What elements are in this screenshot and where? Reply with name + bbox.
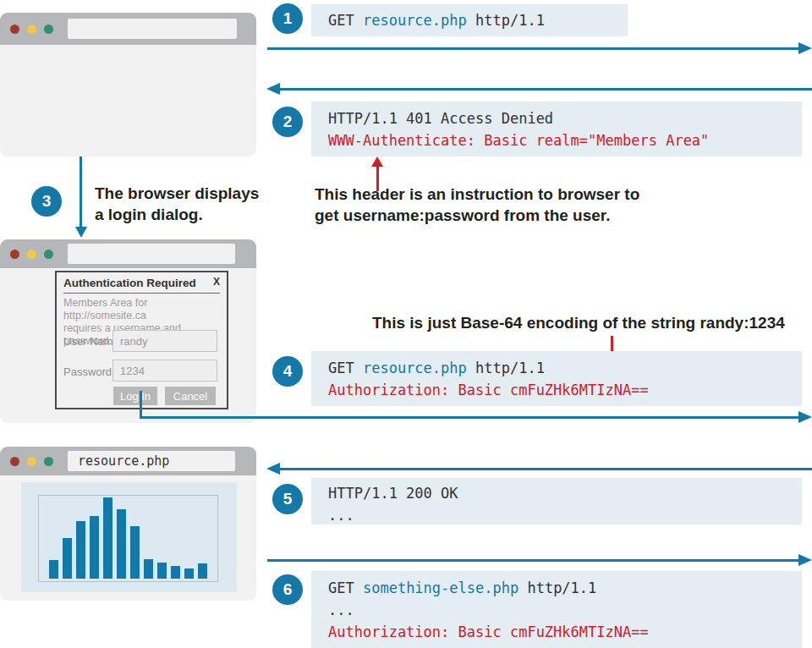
window-close-dot[interactable] [10,25,19,34]
username-label: User Name [63,335,119,348]
request-arrow-6-line [267,559,800,562]
browser3-address-bar[interactable]: resource.php [68,451,235,471]
chart-bar [171,566,180,579]
chart-bar [184,568,194,579]
step-2-number: 2 [283,113,293,131]
window-close-dot[interactable] [10,250,19,259]
password-field[interactable] [112,360,217,382]
window-minimize-dot[interactable] [27,25,36,34]
browser-window-3: resource.php [0,447,256,601]
response-arrow-2-head [266,83,280,95]
browser1-titlebar [0,13,256,45]
http-method: GET [328,579,363,596]
step-5-badge: 5 [272,484,303,514]
browser-transition-arrow-head [75,227,87,238]
header-pointer-arrow-head [371,157,383,167]
chart-bar [130,526,140,579]
step-4-number: 4 [283,362,293,381]
login-button[interactable]: Log In [113,387,157,405]
base64-note: This is just Base-64 encoding of the str… [372,312,785,333]
chart-plot-area [38,495,218,582]
browser-window-2: Authentication Required X Members Area f… [0,239,256,423]
http-protocol: http/1.1 [467,360,545,376]
step-3-caption: The browser displays a login dialog. [95,183,259,225]
window-minimize-dot[interactable] [27,250,36,259]
authorization-header: Authorization: Basic cmFuZHk6MTIzNA== [328,379,802,401]
status-line-200: HTTP/1.1 200 OK [328,482,802,504]
chart-bar [144,559,153,579]
login-connector-vline [140,391,142,419]
response-arrow-5-line [279,468,812,470]
browser2-address-bar[interactable] [68,244,235,264]
ellipsis-line: ... [328,504,802,526]
window-zoom-dot[interactable] [44,457,53,466]
request-arrow-4-head [798,411,812,423]
response-arrow-2-line [279,88,812,91]
browser3-titlebar: resource.php [0,447,256,475]
chart-bar [117,509,126,579]
chart-bar [49,560,58,579]
dialog-close-button[interactable]: X [213,276,220,288]
browser2-titlebar [0,239,256,268]
browser-transition-arrow-line [80,157,82,228]
step-6-request-line: GET something-else.php http/1.1 [328,577,802,599]
chart-bar [157,563,167,579]
basic-auth-flow-diagram: 1 GET resource.php http/1.1 2 HTTP/1.1 4… [0,0,812,648]
window-close-dot[interactable] [10,457,19,466]
cancel-button[interactable]: Cancel [165,387,216,405]
resource-name: something-else.php [363,579,518,596]
step-3-number: 3 [42,192,52,211]
step-4-request-box: GET resource.php http/1.1 Authorization:… [311,351,802,406]
step-2-badge: 2 [272,107,303,137]
auth-dialog-message-line1: Members Area for http://somesite.ca [63,297,227,322]
request-arrow-6-head [798,554,812,566]
ellipsis-line: ... [328,599,802,621]
http-method: GET [328,360,363,376]
auth-dialog: Authentication Required X Members Area f… [55,271,228,409]
step-5-response-box: HTTP/1.1 200 OK ... [311,478,802,524]
step-1-badge: 1 [272,3,303,34]
step-2-response-box: HTTP/1.1 401 Access Denied WWW-Authentic… [311,102,802,157]
http-protocol: http/1.1 [518,579,596,596]
request-arrow-1-line [267,47,800,50]
browser-window-1 [0,13,256,157]
step-4-request-line: GET resource.php http/1.1 [328,357,802,379]
bar-chart [49,499,207,579]
http-method: GET [328,12,363,29]
window-zoom-dot[interactable] [44,25,53,34]
chart-bar [63,538,72,579]
authorization-header: Authorization: Basic cmFuZHk6MTIzNA== [328,621,802,643]
header-note-line1: This header is an instruction to browser… [315,184,639,205]
window-zoom-dot[interactable] [44,250,53,259]
request-arrow-1-head [798,42,812,54]
password-label: Password [63,365,112,378]
resource-name: resource.php [363,360,467,376]
step-1-number: 1 [283,9,293,28]
step-6-number: 6 [283,580,293,599]
chart-bar [90,516,99,579]
chart-bar [103,497,112,579]
step-4-badge: 4 [272,356,303,387]
chart-panel [21,482,237,592]
step-1-request-box: GET resource.php http/1.1 [311,4,628,36]
resource-name: resource.php [363,12,467,29]
header-instruction-note: This header is an instruction to browser… [315,184,639,226]
chart-bar [76,521,85,579]
header-note-line2: get username:password from the user. [315,205,639,226]
browser1-address-bar[interactable] [68,19,237,39]
step-3-caption-line1: The browser displays [95,183,259,204]
step-6-badge: 6 [272,574,303,605]
chart-bar [198,563,207,579]
request-arrow-4-line [140,416,800,419]
response-arrow-5-head [266,463,280,475]
auth-dialog-title: Authentication Required [63,277,220,294]
step-1-request-line: GET resource.php http/1.1 [328,9,545,31]
username-field[interactable] [112,330,217,352]
www-authenticate-header: WWW-Authenticate: Basic realm="Members A… [328,129,802,151]
status-line-401: HTTP/1.1 401 Access Denied [328,107,802,129]
step-5-number: 5 [283,490,293,508]
step-3-caption-line2: a login dialog. [95,204,259,225]
step-3-badge: 3 [31,186,62,217]
window-minimize-dot[interactable] [27,457,36,466]
step-6-request-box: GET something-else.php http/1.1 ... Auth… [311,571,802,648]
